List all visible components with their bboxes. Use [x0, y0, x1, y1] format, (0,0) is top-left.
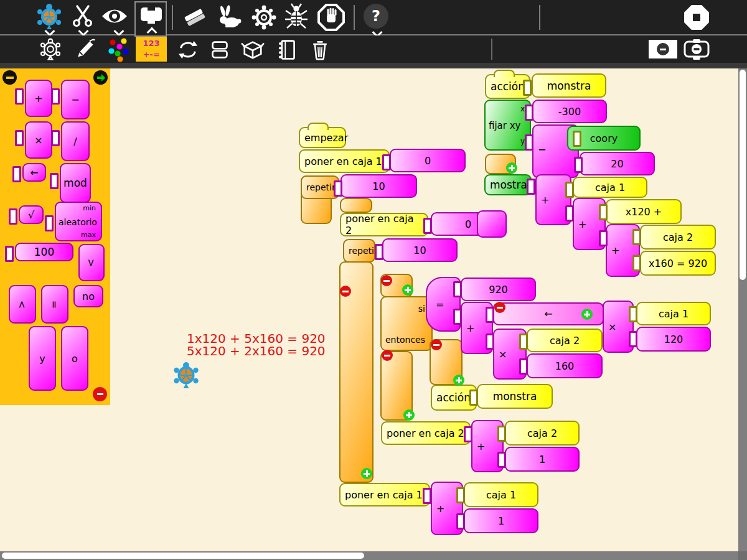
horizontal-scrollbar[interactable]: [0, 551, 747, 560]
palette-block-store[interactable]: ←: [22, 163, 46, 182]
value-1[interactable]: 1: [505, 447, 580, 472]
value-120[interactable]: 120: [636, 327, 711, 352]
block-poner-en-caja-1[interactable]: poner en caja 1: [299, 149, 390, 173]
value-caja-1[interactable]: caja 1: [573, 177, 647, 198]
eye-view-icon[interactable]: [101, 6, 128, 27]
value-1[interactable]: 1: [464, 508, 538, 533]
stop-hand-icon[interactable]: [316, 2, 346, 32]
canvas-workspace[interactable]: + − × / ← mod √ min aleatorio max 100 > …: [0, 65, 747, 551]
stray-block[interactable]: [477, 210, 507, 238]
block-fijar-xy[interactable]: x fijar xy y: [484, 100, 531, 151]
palette-block-number[interactable]: 100: [15, 243, 73, 261]
hide-blocks-button[interactable]: [649, 40, 677, 58]
value-caja-1[interactable]: caja 1: [636, 302, 711, 325]
value-monstra[interactable]: monstra: [532, 73, 606, 98]
block-repetir-2[interactable]: repetir: [343, 239, 375, 263]
value-minus-300[interactable]: -300: [532, 100, 607, 123]
scrollbar-corner: [738, 551, 747, 560]
value-20[interactable]: 20: [580, 152, 655, 175]
minus-icon: [657, 43, 669, 55]
toolbar-blocks: 123 +-=: [0, 35, 747, 65]
block-poner-en-caja-2[interactable]: poner en caja 2: [340, 213, 428, 236]
expand-badge[interactable]: [361, 468, 372, 479]
palette-block-equal[interactable]: =: [41, 285, 68, 324]
turtle-palette-icon[interactable]: [39, 38, 62, 60]
palette-block-and[interactable]: y: [29, 326, 56, 391]
block-poner-en-caja-2[interactable]: poner en caja 2: [381, 421, 471, 445]
colors-palette-icon[interactable]: [106, 37, 131, 62]
value-10[interactable]: 10: [341, 174, 417, 198]
value-caja-2[interactable]: caja 2: [640, 225, 716, 250]
block-empezar[interactable]: empezar: [299, 127, 346, 148]
value-160[interactable]: 160: [527, 353, 603, 378]
blocks-palette-icon[interactable]: [139, 5, 163, 25]
palette-block-divide[interactable]: /: [61, 121, 90, 161]
chevron-down-icon[interactable]: [114, 26, 125, 37]
expand-badge[interactable]: [403, 409, 415, 421]
block-mostrar[interactable]: mostrar: [484, 174, 532, 195]
gear-settings-icon[interactable]: [250, 4, 278, 30]
value-caja-1[interactable]: caja 1: [464, 482, 538, 507]
palette-block-times[interactable]: ×: [25, 121, 52, 159]
palette-block-greater[interactable]: >: [78, 244, 105, 281]
value-920[interactable]: 920: [461, 278, 536, 301]
collapse-badge[interactable]: [494, 302, 505, 313]
palette-next-button[interactable]: [93, 70, 108, 85]
swap-refresh-icon[interactable]: [176, 39, 200, 60]
expand-badge[interactable]: [402, 284, 413, 296]
palette-block-plus[interactable]: +: [25, 80, 52, 117]
block-si-entonces[interactable]: si entonces: [380, 296, 433, 351]
palette-block-less[interactable]: <: [9, 285, 36, 324]
notebook-project-icon[interactable]: [275, 39, 298, 61]
value-caja-2[interactable]: caja 2: [505, 421, 580, 446]
vertical-scrollbar-thumb[interactable]: [740, 70, 746, 280]
trash-delete-icon[interactable]: [309, 39, 331, 61]
bug-debug-icon[interactable]: [283, 3, 309, 30]
open-box-icon[interactable]: [240, 39, 265, 61]
toolbar-separator: [491, 39, 492, 60]
toolbar-main: ?: [0, 0, 747, 35]
collapse-blocks-button[interactable]: [682, 38, 711, 60]
expand-badge[interactable]: [506, 162, 517, 174]
numbers-block-palette: + − × / ← mod √ min aleatorio max 100 > …: [0, 68, 110, 405]
value-monstra[interactable]: monstra: [477, 384, 553, 409]
workspace-top-divider: [0, 65, 747, 68]
scissors-cut-icon[interactable]: [70, 4, 96, 29]
collapse-badge[interactable]: [381, 275, 392, 286]
turtleblocks-app: ?: [0, 0, 747, 560]
value-caja-2[interactable]: caja 2: [527, 329, 603, 352]
value-x120[interactable]: x120 +: [606, 199, 682, 224]
expand-badge[interactable]: [581, 309, 593, 320]
vertical-scrollbar[interactable]: [738, 65, 747, 551]
toolbar-separator: [354, 5, 355, 30]
palette-shrink-button[interactable]: [93, 387, 107, 401]
stop-button[interactable]: [682, 3, 711, 32]
collapse-badge[interactable]: [340, 286, 351, 297]
palette-block-minus[interactable]: −: [61, 80, 90, 119]
horizontal-scrollbar-thumb[interactable]: [2, 553, 364, 559]
value-0[interactable]: 0: [390, 149, 466, 172]
expand-badge[interactable]: [453, 375, 464, 386]
turtle-sprite[interactable]: [172, 362, 200, 389]
help-icon[interactable]: ?: [364, 4, 388, 29]
block-poner-en-caja-1[interactable]: poner en caja 1: [339, 483, 430, 506]
numbers-palette-button-selected[interactable]: 123 +-=: [136, 37, 167, 62]
palette-block-mod[interactable]: mod: [60, 163, 91, 203]
eraser-clean-icon[interactable]: [181, 5, 209, 30]
value-x160-920[interactable]: x160 = 920: [640, 251, 716, 276]
collapse-badge[interactable]: [382, 350, 393, 361]
collapse-badge[interactable]: [431, 339, 442, 350]
palette-block-or[interactable]: o: [61, 326, 88, 391]
value-10[interactable]: 10: [382, 238, 458, 262]
hat-bump: [494, 70, 515, 77]
hat-bump: [308, 123, 329, 130]
palette-block-not[interactable]: no: [73, 285, 103, 307]
rabbit-fast-icon[interactable]: [215, 3, 244, 30]
equation-annotation-line-1: 1x120 + 5x160 = 920: [187, 332, 326, 345]
palette-block-aleatorio[interactable]: min aleatorio max: [55, 202, 102, 241]
pen-draw-icon[interactable]: [73, 38, 96, 60]
palette-prev-button[interactable]: [2, 70, 17, 85]
stacked-blocks-icon[interactable]: [208, 40, 232, 59]
palette-block-sqrt[interactable]: √: [19, 205, 44, 224]
repetir-foot[interactable]: [340, 198, 372, 213]
